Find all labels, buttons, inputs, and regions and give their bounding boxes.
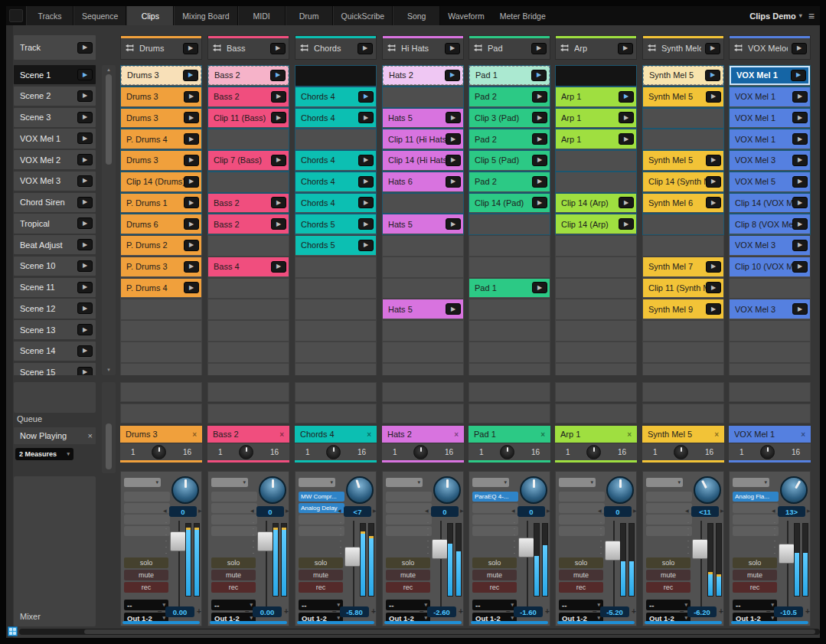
clip-chords-4[interactable]: Chords 4▶ — [295, 172, 376, 191]
insert-slot[interactable] — [646, 515, 692, 525]
clip-slot[interactable] — [295, 129, 377, 150]
clip-bass-2[interactable]: Bass 2▶ — [208, 194, 289, 213]
clip-slot[interactable] — [469, 214, 550, 235]
clip-play-button[interactable]: ▶ — [532, 176, 547, 188]
insert-slot[interactable] — [211, 515, 257, 525]
queue-slot[interactable] — [555, 382, 637, 402]
clip-bass-2[interactable]: Bass 2▶ — [208, 87, 289, 106]
insert-menu-dropdown[interactable]: ▾ — [124, 478, 161, 487]
clip-bass-2[interactable]: Bass 2▶ — [208, 214, 289, 234]
insert-slot[interactable] — [646, 526, 692, 536]
clip-vox-mel-1[interactable]: VOX Mel 1▶ — [730, 87, 810, 106]
pan-right-icon[interactable]: ▶ — [373, 508, 377, 513]
clip-slot[interactable] — [120, 363, 202, 376]
clip-slot[interactable] — [469, 235, 550, 257]
clip-play-button[interactable]: ▶ — [792, 155, 808, 166]
insert-slot[interactable] — [124, 515, 170, 525]
clip-slot[interactable]: Bass 2▶ — [207, 193, 289, 214]
insert-menu-dropdown[interactable]: ▾ — [299, 478, 335, 487]
clip-clip-14-hi-hats[interactable]: Clip 14 (Hi Hats)▶ — [383, 151, 463, 170]
insert-slot[interactable] — [472, 515, 518, 525]
clip-play-button[interactable]: ▶ — [358, 91, 374, 103]
clip-slot[interactable] — [382, 257, 464, 278]
clip-slot[interactable]: Drums 3▶ — [120, 150, 202, 172]
clip-slot[interactable]: Clip 11 (Synth Me▶ — [642, 278, 724, 299]
volume-increment[interactable]: + — [632, 607, 636, 616]
tab-mixing-board[interactable]: Mixing Board — [174, 6, 237, 25]
clip-play-button[interactable]: ▶ — [184, 155, 199, 166]
clip-play-button[interactable]: ▶ — [706, 91, 721, 103]
clip-slot[interactable] — [469, 257, 550, 278]
track-header-chords[interactable]: Chords▶ — [295, 35, 377, 60]
fader-handle[interactable] — [692, 539, 708, 559]
track-play-button[interactable]: ▶ — [618, 43, 633, 54]
queue-slot[interactable] — [382, 404, 464, 423]
track-play-button[interactable]: ▶ — [270, 43, 286, 54]
clip-play-button[interactable]: ▶ — [271, 155, 286, 166]
rec-button[interactable]: rec — [733, 582, 777, 593]
volume-decrement[interactable]: − — [158, 607, 162, 616]
clip-slot[interactable]: Bass 2▶ — [207, 214, 289, 235]
clip-slot[interactable] — [555, 172, 637, 193]
clip-slot[interactable] — [469, 363, 550, 376]
insert-menu-dropdown[interactable]: ▾ — [472, 478, 509, 487]
clip-slot[interactable]: VOX Mel 5▶ — [729, 172, 811, 193]
clip-play-button[interactable]: ▶ — [184, 218, 199, 230]
fader-handle[interactable] — [605, 541, 621, 561]
clip-slot[interactable] — [207, 342, 289, 363]
clip-bass-4[interactable]: Bass 4▶ — [208, 257, 289, 276]
track-header-vox-melody[interactable]: VOX Melody▶ — [729, 35, 811, 60]
clip-play-button[interactable]: ▶ — [531, 70, 547, 81]
insert-slot[interactable] — [733, 515, 779, 525]
clip-slot[interactable] — [120, 320, 202, 342]
clip-slot[interactable] — [382, 193, 464, 214]
clip-slot[interactable]: Synth Mel 5▶ — [642, 87, 724, 108]
clip-slot[interactable] — [295, 320, 377, 342]
clip-slot[interactable]: Clip 14 (Hi Hats)▶ — [382, 150, 464, 172]
clip-drums-3[interactable]: Drums 3▶ — [121, 87, 201, 106]
clip-play-button[interactable]: ▶ — [446, 133, 461, 145]
volume-increment[interactable]: + — [805, 607, 810, 616]
volume-increment[interactable]: + — [459, 607, 463, 616]
clip-slot[interactable] — [120, 299, 202, 320]
clip-clip-3-pad[interactable]: Clip 3 (Pad)▶ — [469, 109, 550, 128]
clip-vox-mel-1[interactable]: VOX Mel 1▶ — [730, 109, 810, 128]
clip-play-button[interactable]: ▶ — [358, 176, 374, 188]
volume-decrement[interactable]: − — [332, 607, 337, 616]
clip-p-drums-4[interactable]: P. Drums 4▶ — [121, 129, 201, 149]
pan-knob[interactable] — [606, 476, 634, 504]
clip-arp-1[interactable]: Arp 1▶ — [556, 109, 636, 128]
clip-slot[interactable] — [642, 342, 724, 363]
clip-slot[interactable]: Clip 7 (Bass)▶ — [207, 150, 289, 172]
clip-play-button[interactable]: ▶ — [706, 303, 721, 315]
clip-slot[interactable] — [382, 235, 464, 257]
insert-effect[interactable]: MW Compr... — [299, 492, 344, 502]
insert-slot[interactable] — [124, 492, 170, 502]
clip-slot[interactable] — [382, 342, 464, 363]
clip-slot[interactable] — [729, 363, 811, 376]
clip-bass-2[interactable]: Bass 2▶ — [208, 66, 289, 85]
volume-decrement[interactable]: − — [506, 607, 511, 616]
fader-handle[interactable] — [518, 538, 534, 557]
remove-clip-button[interactable]: × — [192, 430, 197, 439]
clip-play-button[interactable]: ▶ — [619, 133, 634, 145]
pan-knob[interactable] — [520, 476, 547, 504]
clip-vox-mel-3[interactable]: VOX Mel 3▶ — [730, 299, 810, 319]
queue-slot[interactable] — [207, 404, 289, 423]
fader-handle[interactable] — [344, 547, 361, 567]
clip-slot[interactable]: P. Drums 2▶ — [120, 235, 202, 257]
pan-left-icon[interactable]: ◀ — [425, 508, 429, 513]
clip-slot[interactable]: P. Drums 4▶ — [120, 129, 202, 150]
insert-menu-dropdown[interactable]: ▾ — [559, 478, 596, 487]
clip-slot[interactable]: Pad 1▶ — [469, 65, 550, 87]
clear-now-playing-button[interactable]: × — [88, 431, 93, 440]
clip-pad-1[interactable]: Pad 1▶ — [469, 66, 550, 85]
clip-play-button[interactable]: ▶ — [183, 70, 198, 81]
clip-slot[interactable]: Clip 14 (Drums)▶ — [120, 172, 202, 193]
tab-tracks[interactable]: Tracks — [26, 6, 73, 25]
insert-menu-dropdown[interactable]: ▾ — [733, 478, 769, 487]
clip-slot[interactable] — [729, 342, 811, 363]
clip-slot[interactable]: Clip 14 (Pad)▶ — [469, 193, 550, 214]
clip-slot[interactable] — [295, 363, 377, 376]
insert-slot[interactable] — [733, 526, 779, 536]
